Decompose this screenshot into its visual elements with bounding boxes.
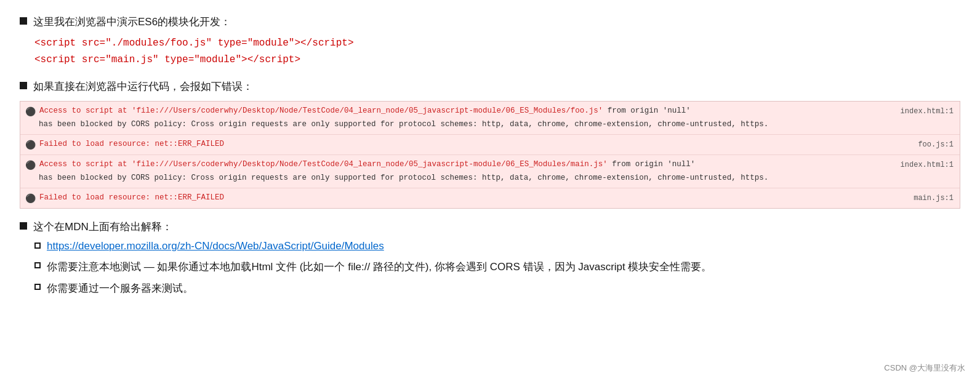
sub-item-cors: 你需要注意本地测试 — 如果你通过本地加载Html 文件 (比如一个 file:…	[34, 260, 960, 274]
error-console: ⚫ Access to script at 'file:///Users/cod…	[20, 101, 960, 209]
error-row-4: ⚫ Failed to load resource: net::ERR_FAIL…	[20, 188, 960, 208]
section-2: 如果直接在浏览器中运行代码，会报如下错误： ⚫ Access to script…	[20, 79, 960, 209]
sub-item-server: 你需要通过一个服务器来测试。	[34, 281, 960, 295]
section-3: 这个在MDN上面有给出解释： https://developer.mozilla…	[20, 220, 960, 295]
sub-bullet-square-2	[34, 262, 41, 268]
bullet-square-2	[20, 82, 27, 89]
mdn-link[interactable]: https://developer.mozilla.org/zh-CN/docs…	[47, 240, 384, 252]
error-row-3: ⚫ Access to script at 'file:///Users/cod…	[20, 155, 960, 188]
code-block-1: <script src="./modules/foo.js" type="mod…	[34, 35, 960, 68]
error-top-line-1: ⚫ Access to script at 'file:///Users/cod…	[25, 105, 954, 119]
error-msg-2: Failed to load resource: net::ERR_FAILED	[39, 138, 908, 150]
bullet-item-3: 这个在MDN上面有给出解释：	[20, 220, 960, 234]
bullet-item-2: 如果直接在浏览器中运行代码，会报如下错误：	[20, 79, 960, 94]
error-file-4: main.js:1	[914, 192, 954, 204]
sub-bullet-square-3	[34, 284, 41, 290]
bullet-item-1: 这里我在浏览器中演示ES6的模块化开发：	[20, 15, 960, 29]
error-top-line-3: ⚫ Access to script at 'file:///Users/cod…	[25, 159, 954, 172]
sub-text-cors: 你需要注意本地测试 — 如果你通过本地加载Html 文件 (比如一个 file:…	[47, 260, 712, 274]
watermark: CSDN @大海里没有水	[884, 363, 965, 374]
error-file-2: foo.js:1	[918, 138, 954, 150]
sub-item-link: https://developer.mozilla.org/zh-CN/docs…	[34, 240, 960, 252]
error-msg-3: Access to script at 'file:///Users/coder…	[39, 159, 891, 172]
error-icon-4: ⚫	[25, 193, 36, 206]
section-1: 这里我在浏览器中演示ES6的模块化开发： <script src="./modu…	[20, 15, 960, 68]
bullet-square-1	[20, 17, 27, 25]
error-row-1: ⚫ Access to script at 'file:///Users/cod…	[20, 102, 960, 135]
error-continuation-3: has been blocked by CORS policy: Cross o…	[39, 172, 768, 185]
sub-bullet-square-1	[34, 243, 41, 249]
code-line-2: <script src="main.js" type="module"></sc…	[34, 52, 960, 68]
error-icon-2: ⚫	[25, 139, 36, 152]
sub-section-3: https://developer.mozilla.org/zh-CN/docs…	[34, 240, 960, 295]
bullet-text-3: 这个在MDN上面有给出解释：	[33, 220, 172, 234]
error-msg-4: Failed to load resource: net::ERR_FAILED	[39, 192, 904, 204]
error-msg-normal-1: from origin 'null'	[603, 106, 691, 115]
error-msg-red-1: Access to script at 'file:///Users/coder…	[39, 106, 603, 115]
bullet-text-1: 这里我在浏览器中演示ES6的模块化开发：	[33, 15, 231, 29]
error-continuation-1: has been blocked by CORS policy: Cross o…	[39, 119, 768, 132]
bullet-text-2: 如果直接在浏览器中运行代码，会报如下错误：	[33, 79, 253, 94]
code-line-1: <script src="./modules/foo.js" type="mod…	[34, 35, 960, 52]
error-icon-1: ⚫	[25, 106, 36, 119]
error-msg-red-3: Access to script at 'file:///Users/coder…	[39, 160, 608, 169]
error-file-3: index.html:1	[901, 159, 954, 170]
error-msg-1: Access to script at 'file:///Users/coder…	[39, 105, 891, 119]
error-row-2: ⚫ Failed to load resource: net::ERR_FAIL…	[20, 135, 960, 155]
error-file-1: index.html:1	[901, 105, 954, 117]
bullet-square-3	[20, 222, 27, 230]
sub-text-server: 你需要通过一个服务器来测试。	[47, 281, 193, 295]
error-msg-normal-3: from origin 'null'	[608, 160, 696, 169]
error-icon-3: ⚫	[25, 159, 36, 172]
